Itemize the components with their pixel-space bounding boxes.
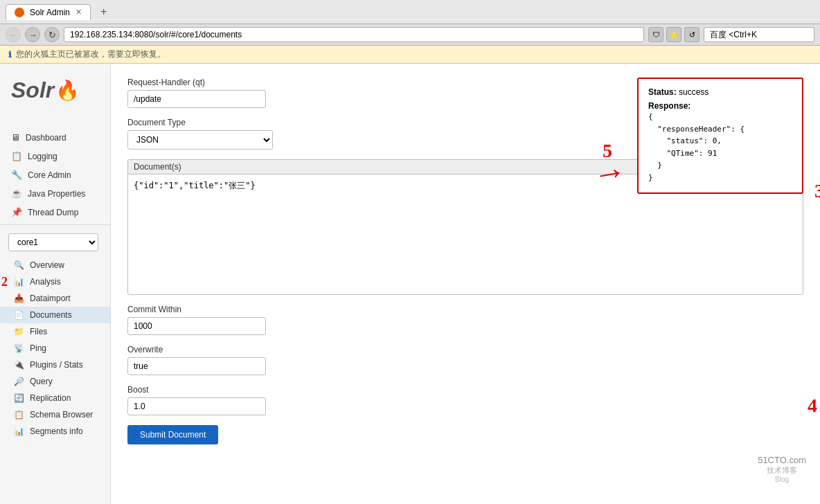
subnav-item-files[interactable]: 📁 Files bbox=[0, 323, 110, 340]
boost-label: Boost bbox=[127, 385, 803, 395]
back-button[interactable]: ← bbox=[6, 27, 21, 42]
tab-title: Solr Admin bbox=[30, 8, 70, 17]
ping-icon: 📡 bbox=[14, 343, 24, 353]
submit-row: Submit Document bbox=[127, 425, 803, 444]
subnav-item-plugins-stats[interactable]: 🔌 Plugins / Stats bbox=[0, 357, 110, 373]
browser-chrome: Solr Admin ✕ + ← → ↻ 🛡 ⭐ ↺ ℹ 您的火狐主页已被篡改，… bbox=[0, 0, 820, 64]
subnav-schema-browser-label: Schema Browser bbox=[30, 410, 93, 420]
refresh-button[interactable]: ↻ bbox=[44, 27, 60, 42]
overwrite-row: Overwrite bbox=[127, 345, 803, 375]
boost-row: Boost 4 bbox=[127, 385, 803, 415]
subnav-overview-label: Overview bbox=[30, 260, 64, 270]
subnav-item-ping[interactable]: 📡 Ping bbox=[0, 340, 110, 357]
new-tab-button[interactable]: + bbox=[95, 3, 112, 21]
refresh-small-icon[interactable]: ↺ bbox=[684, 27, 699, 42]
search-bar[interactable] bbox=[704, 27, 814, 42]
segments-icon: 📊 bbox=[14, 426, 24, 436]
watermark-line2: 技术博客 bbox=[758, 465, 806, 476]
annotation-2: 2 bbox=[1, 275, 8, 289]
overview-icon: 🔍 bbox=[14, 260, 24, 270]
subnav-item-replication[interactable]: 🔄 Replication bbox=[0, 390, 110, 406]
commit-within-row: Commit Within bbox=[127, 305, 803, 335]
watermark-line1: 51CTO.com bbox=[758, 455, 806, 465]
subnav-item-documents[interactable]: 📄 Documents bbox=[0, 307, 110, 323]
status-value: success bbox=[679, 87, 708, 97]
subnav-replication-label: Replication bbox=[30, 393, 71, 403]
logging-icon: 📋 bbox=[11, 151, 22, 161]
handler-input[interactable] bbox=[127, 90, 266, 108]
subnav-item-query[interactable]: 🔎 Query bbox=[0, 373, 110, 390]
sidebar-item-dashboard[interactable]: 🖥 Dashboard bbox=[0, 128, 110, 147]
subnav-ping-label: Ping bbox=[30, 343, 46, 353]
subnav-item-dataimport[interactable]: 📥 Dataimport bbox=[0, 290, 110, 307]
annotation-3: 3 bbox=[814, 180, 820, 202]
response-panel: Status: success Response: { "responseHea… bbox=[637, 78, 803, 194]
sidebar-item-thread-dump[interactable]: 📌 Thread Dump bbox=[0, 203, 110, 222]
sidebar: Solr 🔥 🖥 Dashboard 📋 Logging 🔧 Core Admi… bbox=[0, 64, 111, 504]
subnav-item-overview[interactable]: 🔍 Overview bbox=[0, 257, 110, 273]
response-label: Response: bbox=[648, 101, 792, 111]
submit-document-button[interactable]: Submit Document bbox=[127, 425, 218, 444]
sidebar-item-core-admin[interactable]: 🔧 Core Admin bbox=[0, 165, 110, 184]
solr-flame-icon: 🔥 bbox=[55, 79, 80, 102]
info-bar: ℹ 您的火狐主页已被篡改，需要立即恢复。 bbox=[0, 46, 820, 64]
thread-dump-icon: 📌 bbox=[11, 207, 22, 217]
annotation-5-label: 5 bbox=[603, 140, 612, 162]
sidebar-item-java-properties[interactable]: ☕ Java Properties bbox=[0, 184, 110, 203]
core-dropdown[interactable]: core1 bbox=[8, 233, 98, 251]
sidebar-item-java-properties-label: Java Properties bbox=[28, 189, 85, 199]
commit-within-input[interactable] bbox=[127, 317, 266, 335]
boost-input[interactable] bbox=[127, 397, 266, 415]
browser-titlebar: Solr Admin ✕ + bbox=[0, 0, 820, 24]
forward-button[interactable]: → bbox=[25, 27, 40, 42]
subnav-segments-label: Segments info bbox=[30, 426, 83, 436]
shield-icon[interactable]: 🛡 bbox=[648, 27, 663, 42]
overwrite-input[interactable] bbox=[127, 357, 266, 375]
tab-close-button[interactable]: ✕ bbox=[75, 8, 82, 17]
subnav-item-schema-browser[interactable]: 📋 Schema Browser bbox=[0, 406, 110, 423]
logo-area: Solr 🔥 bbox=[0, 71, 110, 128]
subnav-item-analysis[interactable]: 2 📊 Analysis bbox=[0, 273, 110, 290]
subnav-dataimport-label: Dataimport bbox=[30, 294, 71, 303]
java-properties-icon: ☕ bbox=[11, 188, 22, 199]
schema-browser-icon: 📋 bbox=[14, 410, 24, 420]
commit-within-label: Commit Within bbox=[127, 305, 803, 314]
response-status-row: Status: success bbox=[648, 87, 792, 97]
address-bar[interactable] bbox=[64, 27, 644, 42]
status-label: Status: bbox=[648, 87, 677, 97]
solr-logo: Solr 🔥 bbox=[11, 78, 99, 103]
subnav-files-label: Files bbox=[30, 327, 47, 336]
subnav-documents-label: Documents bbox=[30, 310, 72, 320]
watermark-line3: Blog bbox=[758, 476, 806, 483]
replication-icon: 🔄 bbox=[14, 393, 24, 403]
doc-type-select[interactable]: JSON XML CSV bbox=[127, 130, 273, 150]
subnav-query-label: Query bbox=[30, 377, 53, 386]
solr-name: Solr bbox=[11, 78, 54, 103]
dataimport-icon: 📥 bbox=[14, 294, 24, 303]
core-admin-icon: 🔧 bbox=[11, 170, 22, 180]
response-code: { "responseHeader": { "status": 0, "QTim… bbox=[648, 111, 792, 184]
annotation-4: 4 bbox=[808, 395, 817, 417]
subnav-analysis-label: Analysis bbox=[30, 277, 61, 287]
watermark: 51CTO.com 技术博客 Blog bbox=[758, 455, 806, 483]
overwrite-label: Overwrite bbox=[127, 345, 803, 354]
documents-icon: 📄 bbox=[14, 310, 24, 320]
tab-favicon bbox=[15, 8, 24, 17]
browser-tab[interactable]: Solr Admin ✕ bbox=[6, 4, 91, 20]
sidebar-item-core-admin-label: Core Admin bbox=[28, 170, 71, 180]
subnav-plugins-label: Plugins / Stats bbox=[30, 360, 83, 370]
core-selector-area: core1 bbox=[0, 228, 110, 257]
bookmark-icon[interactable]: ⭐ bbox=[666, 27, 681, 42]
sidebar-item-dashboard-label: Dashboard bbox=[26, 133, 66, 143]
dashboard-icon: 🖥 bbox=[11, 132, 20, 143]
plugins-icon: 🔌 bbox=[14, 360, 24, 370]
browser-nav: ← → ↻ 🛡 ⭐ ↺ bbox=[0, 24, 820, 46]
sidebar-item-logging[interactable]: 📋 Logging bbox=[0, 147, 110, 165]
sidebar-item-thread-dump-label: Thread Dump bbox=[28, 208, 78, 217]
sidebar-divider bbox=[0, 224, 110, 225]
analysis-icon: 📊 bbox=[14, 277, 24, 287]
subnav-item-segments-info[interactable]: 📊 Segments info bbox=[0, 423, 110, 440]
nav-icons: 🛡 ⭐ ↺ bbox=[648, 27, 699, 42]
files-icon: 📁 bbox=[14, 327, 24, 336]
app-layout: Solr 🔥 🖥 Dashboard 📋 Logging 🔧 Core Admi… bbox=[0, 64, 820, 504]
